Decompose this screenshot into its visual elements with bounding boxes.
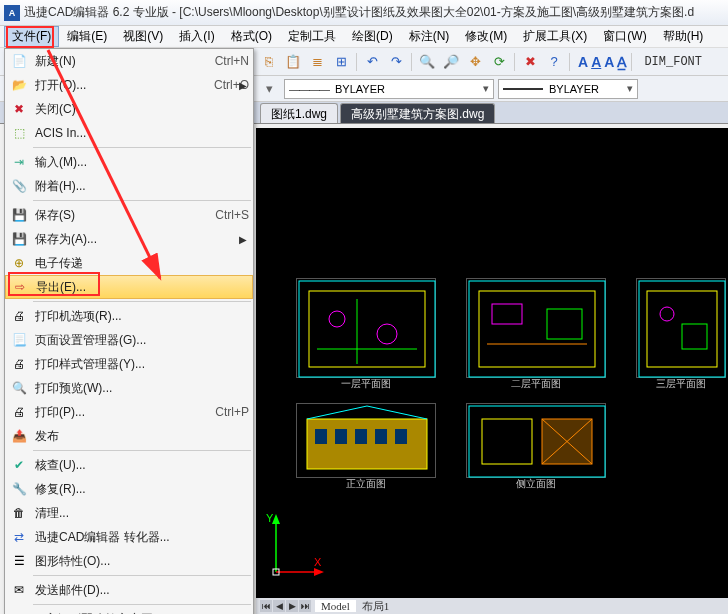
menu-separator — [33, 450, 251, 451]
menu-pagesetup[interactable]: 📃 页面设置管理器(G)... — [5, 328, 253, 352]
menu-insert[interactable]: 插入(I) — [171, 26, 222, 47]
menu-printpreview[interactable]: 🔍 打印预览(W)... — [5, 376, 253, 400]
zoom-in-icon[interactable]: 🔍 — [416, 51, 438, 73]
menu-print[interactable]: 🖨 打印(P)... Ctrl+P — [5, 400, 253, 424]
menu-publish[interactable]: 📤 发布 — [5, 424, 253, 448]
menu-custom[interactable]: 定制工具 — [280, 26, 344, 47]
printer-icon: 🖨 — [9, 308, 29, 324]
nav-prev-icon[interactable]: ◀ — [273, 600, 285, 612]
menu-acis[interactable]: ⬚ ACIS In... — [5, 121, 253, 145]
bylayer-label: BYLAYER — [335, 83, 385, 95]
menu-close[interactable]: ✖ 关闭(C) — [5, 97, 253, 121]
menu-etransmit[interactable]: ⊕ 电子传递 — [5, 251, 253, 275]
drawing-view-4[interactable]: 正立面图 — [296, 403, 436, 478]
properties-icon[interactable]: ⊞ — [330, 51, 352, 73]
menu-export[interactable]: ⇨ 导出(E)... — [5, 275, 253, 299]
toolbar-sep — [411, 53, 412, 71]
etransmit-icon: ⊕ — [9, 255, 29, 271]
toolbar-sep — [631, 53, 632, 71]
zoom-out-icon[interactable]: 🔎 — [440, 51, 462, 73]
menu-modify[interactable]: 修改(M) — [457, 26, 515, 47]
linetype-combo[interactable]: ———— BYLAYER ▾ — [284, 79, 494, 99]
toolbar-sep — [514, 53, 515, 71]
menu-recent-1[interactable]: 1 高级别墅建筑方案图 — [5, 607, 253, 614]
menu-sendmail[interactable]: ✉ 发送邮件(D)... — [5, 578, 253, 602]
menu-edit[interactable]: 编辑(E) — [59, 26, 115, 47]
menu-drawprops[interactable]: ☰ 图形特性(O)... — [5, 549, 253, 573]
print-icon: 🖨 — [9, 404, 29, 420]
thumb-label-2: 二层平面图 — [511, 377, 561, 391]
menu-converter[interactable]: ⇄ 迅捷CAD编辑器 转化器... — [5, 525, 253, 549]
menu-printopts[interactable]: 🖨 打印机选项(R)... — [5, 304, 253, 328]
tab-model[interactable]: Model — [315, 600, 356, 612]
paste-icon[interactable]: 📋 — [282, 51, 304, 73]
drawing-view-1[interactable]: 一层平面图 — [296, 278, 436, 378]
text-style-a2[interactable]: A — [591, 54, 601, 70]
tab-layout1[interactable]: 布局1 — [356, 599, 396, 614]
nav-last-icon[interactable]: ⏭ — [299, 600, 311, 612]
nav-first-icon[interactable]: ⏮ — [260, 600, 272, 612]
undo-icon[interactable]: ↶ — [361, 51, 383, 73]
menu-saveas[interactable]: 💾 保存为(A)... ▶ — [5, 227, 253, 251]
copy-icon[interactable]: ⎘ — [258, 51, 280, 73]
layer-edit-icon[interactable]: ▾ — [258, 78, 280, 100]
save-icon: 💾 — [9, 207, 29, 223]
text-style-buttons[interactable]: A A A A̲ — [578, 54, 627, 70]
text-style-a4[interactable]: A̲ — [617, 54, 627, 70]
dim-font-label: DIM_FONT — [644, 55, 702, 69]
submenu-arrow-icon: ▶ — [239, 80, 247, 91]
properties-icon: ☰ — [9, 553, 29, 569]
menu-purge[interactable]: 🗑 清理... — [5, 501, 253, 525]
menu-file[interactable]: 文件(F) — [4, 26, 59, 47]
svg-rect-20 — [375, 429, 387, 444]
nav-next-icon[interactable]: ▶ — [286, 600, 298, 612]
lineweight-combo[interactable]: BYLAYER ▾ — [498, 79, 638, 99]
menu-extend[interactable]: 扩展工具(X) — [515, 26, 595, 47]
text-style-a3[interactable]: A — [604, 54, 614, 70]
drawing-view-2[interactable]: 二层平面图 — [466, 278, 606, 378]
menu-input[interactable]: ⇥ 输入(M)... — [5, 150, 253, 174]
thumb-label-3: 三层平面图 — [656, 377, 706, 391]
help-icon[interactable]: ? — [543, 51, 565, 73]
svg-rect-23 — [482, 419, 532, 464]
layers-icon[interactable]: ≣ — [306, 51, 328, 73]
menu-separator — [33, 301, 251, 302]
drawing-view-5[interactable]: 侧立面图 — [466, 403, 606, 478]
pan-icon[interactable]: ✥ — [464, 51, 486, 73]
doc-tab-2[interactable]: 高级别墅建筑方案图.dwg — [340, 103, 495, 123]
purge-icon: 🗑 — [9, 505, 29, 521]
menu-view[interactable]: 视图(V) — [115, 26, 171, 47]
thumb-label-5: 侧立面图 — [516, 477, 556, 491]
drawing-view-3[interactable]: 三层平面图 — [636, 278, 726, 378]
publish-icon: 📤 — [9, 428, 29, 444]
close-icon[interactable]: ✖ — [519, 51, 541, 73]
text-style-a1[interactable]: A — [578, 54, 588, 70]
audit-icon: ✔ — [9, 457, 29, 473]
y-axis-label: Y — [266, 512, 274, 524]
refresh-icon[interactable]: ⟳ — [488, 51, 510, 73]
menu-printstyle[interactable]: 🖨 打印样式管理器(Y)... — [5, 352, 253, 376]
tab-nav-buttons[interactable]: ⏮ ◀ ▶ ⏭ — [260, 600, 311, 612]
menu-open[interactable]: 📂 打开(O)... Ctrl+O ▶ — [5, 73, 253, 97]
open-folder-icon: 📂 — [9, 77, 29, 93]
menu-recover[interactable]: 🔧 修复(R)... — [5, 477, 253, 501]
menu-save[interactable]: 💾 保存(S) Ctrl+S — [5, 203, 253, 227]
menu-annotate[interactable]: 标注(N) — [401, 26, 458, 47]
export-icon: ⇨ — [10, 279, 30, 295]
svg-rect-2 — [309, 291, 425, 367]
menu-format[interactable]: 格式(O) — [223, 26, 280, 47]
menu-new[interactable]: 📄 新建(N) Ctrl+N — [5, 49, 253, 73]
recover-icon: 🔧 — [9, 481, 29, 497]
menu-attach[interactable]: 📎 附着(H)... — [5, 174, 253, 198]
svg-rect-1 — [299, 281, 435, 377]
menu-bar: 文件(F) 编辑(E) 视图(V) 插入(I) 格式(O) 定制工具 绘图(D)… — [0, 26, 728, 48]
svg-rect-17 — [315, 429, 327, 444]
redo-icon[interactable]: ↷ — [385, 51, 407, 73]
menu-window[interactable]: 窗口(W) — [595, 26, 654, 47]
thumb-label-1: 一层平面图 — [341, 377, 391, 391]
drawing-canvas[interactable]: 一层平面图 二层平面图 三层平面图 正立面图 侧立面图 Y X — [256, 128, 728, 602]
menu-help[interactable]: 帮助(H) — [655, 26, 712, 47]
doc-tab-1[interactable]: 图纸1.dwg — [260, 103, 338, 123]
menu-draw[interactable]: 绘图(D) — [344, 26, 401, 47]
menu-audit[interactable]: ✔ 核查(U)... — [5, 453, 253, 477]
